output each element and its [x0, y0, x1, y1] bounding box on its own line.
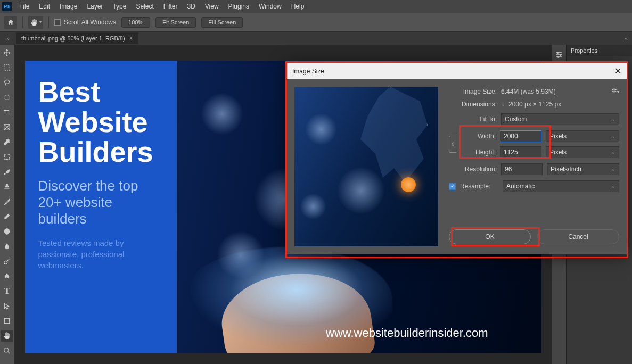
width-input[interactable]	[500, 130, 541, 142]
svg-point-7	[4, 348, 9, 352]
crop-tool[interactable]	[1, 106, 13, 118]
properties-tab[interactable]: Properties	[571, 47, 597, 54]
height-label: Height:	[459, 148, 496, 156]
fit-to-value: Custom	[505, 115, 527, 123]
tagline-text: Tested reviews made by passionate, profe…	[38, 237, 163, 271]
collapse-panels-toggle[interactable]: «	[573, 32, 632, 45]
svg-point-1	[5, 80, 10, 84]
scroll-all-label: Scroll All Windows	[64, 19, 116, 26]
svg-rect-4	[5, 154, 10, 159]
fit-to-label: Fit To:	[449, 115, 497, 123]
dialog-title-text: Image Size	[292, 68, 324, 75]
ok-button[interactable]: OK	[449, 229, 531, 244]
width-label: Width:	[459, 133, 496, 140]
home-icon	[7, 19, 14, 26]
headline-text: Best Website Builders	[38, 77, 163, 167]
history-brush-tool[interactable]	[1, 196, 13, 208]
fit-screen-button[interactable]: Fit Screen	[155, 17, 196, 28]
resolution-input[interactable]	[501, 163, 543, 175]
svg-point-5	[4, 261, 7, 264]
close-icon[interactable]: ✕	[614, 66, 621, 76]
frame-tool[interactable]	[1, 121, 13, 133]
magic-wand-tool[interactable]	[1, 92, 13, 103]
resample-label: Resample:	[460, 183, 498, 190]
pen-tool[interactable]	[1, 270, 13, 282]
zoom-percent-button[interactable]: 100%	[121, 17, 150, 28]
menu-3d[interactable]: 3D	[183, 2, 199, 11]
rectangle-tool[interactable]	[1, 315, 13, 327]
adjustments-panel-icon[interactable]	[553, 49, 565, 61]
dimensions-value: 2000 px × 1125 px	[508, 101, 561, 108]
brush-tool[interactable]	[1, 166, 13, 178]
app-logo: Ps	[2, 2, 12, 11]
lasso-tool[interactable]	[1, 77, 13, 88]
hand-icon	[30, 18, 38, 27]
hand-tool-option[interactable]: ▾	[28, 16, 43, 29]
stamp-tool[interactable]	[1, 181, 13, 193]
chevron-down-icon: ⌄	[611, 117, 615, 122]
width-unit-select[interactable]: Pixels ⌄	[546, 130, 619, 142]
gear-icon[interactable]: ✲▾	[611, 87, 619, 95]
document-tabs: thumbnail.png @ 50% (Layer 1, RGB/8) ×	[16, 32, 573, 45]
menubar: Ps File Edit Image Layer Type Select Fil…	[0, 0, 632, 13]
menu-file[interactable]: File	[15, 2, 34, 11]
svg-rect-6	[5, 318, 10, 323]
marquee-tool[interactable]	[1, 62, 13, 73]
resolution-unit-select[interactable]: Pixels/Inch ⌄	[547, 163, 619, 175]
cancel-button[interactable]: Cancel	[537, 229, 619, 244]
chevron-down-icon: ⌄	[611, 150, 615, 155]
resolution-label: Resolution:	[449, 166, 497, 173]
height-unit-value: Pixels	[549, 148, 567, 156]
image-preview	[294, 87, 438, 246]
dodge-tool[interactable]	[1, 255, 13, 267]
home-button[interactable]	[4, 16, 17, 29]
zoom-tool[interactable]	[1, 345, 13, 357]
menu-window[interactable]: Window	[255, 2, 286, 11]
path-selection-tool[interactable]	[1, 300, 13, 312]
svg-point-2	[4, 95, 10, 100]
gradient-tool[interactable]	[1, 226, 13, 237]
menu-select[interactable]: Select	[132, 2, 158, 11]
chevron-down-icon[interactable]: ⌄	[501, 102, 505, 107]
scroll-all-windows-option[interactable]: Scroll All Windows	[54, 19, 116, 26]
blur-tool[interactable]	[1, 241, 13, 252]
svg-point-10	[557, 56, 559, 58]
menu-plugins[interactable]: Plugins	[224, 2, 253, 11]
dialog-titlebar[interactable]: Image Size ✕	[287, 63, 627, 79]
chevron-down-icon: ⌄	[611, 184, 615, 189]
menu-view[interactable]: View	[201, 2, 223, 11]
move-tool[interactable]	[1, 47, 13, 59]
fill-screen-button[interactable]: Fill Screen	[201, 17, 243, 28]
image-size-dialog: Image Size ✕ ✲▾ Image Size: 6.44M (was 5…	[286, 62, 627, 254]
menu-edit[interactable]: Edit	[35, 2, 54, 11]
tab-title: thumbnail.png @ 50% (Layer 1, RGB/8)	[21, 35, 125, 42]
menu-image[interactable]: Image	[55, 2, 81, 11]
height-unit-select[interactable]: Pixels ⌄	[546, 146, 619, 158]
svg-point-9	[560, 54, 561, 56]
menu-filter[interactable]: Filter	[159, 2, 182, 11]
type-tool[interactable]: T	[1, 285, 13, 297]
menu-layer[interactable]: Layer	[83, 2, 107, 11]
resample-checkbox[interactable]: ✓	[449, 183, 456, 190]
decorative-blur	[201, 93, 243, 135]
resample-value: Automatic	[506, 183, 535, 190]
close-icon[interactable]: ×	[129, 35, 133, 42]
fit-to-select[interactable]: Custom ⌄	[501, 113, 619, 125]
menu-help[interactable]: Help	[287, 2, 309, 11]
eyedropper-tool[interactable]	[1, 136, 13, 148]
svg-point-8	[557, 52, 559, 54]
menu-type[interactable]: Type	[108, 2, 130, 11]
tools-panel: T	[0, 45, 14, 364]
link-icon[interactable]: 𝟾	[449, 136, 456, 153]
hand-tool[interactable]	[1, 330, 13, 342]
divider	[22, 16, 23, 28]
options-bar: ▾ Scroll All Windows 100% Fit Screen Fil…	[0, 13, 632, 32]
collapse-toolbar-toggle[interactable]: »	[0, 32, 16, 45]
document-tab[interactable]: thumbnail.png @ 50% (Layer 1, RGB/8) ×	[16, 32, 138, 44]
healing-tool[interactable]	[1, 151, 13, 163]
resample-select[interactable]: Automatic ⌄	[503, 180, 619, 192]
eraser-tool[interactable]	[1, 211, 13, 222]
height-input[interactable]	[500, 146, 541, 158]
url-text: www.websitebuilderinsider.com	[326, 326, 488, 340]
chevron-down-icon: ⌄	[611, 167, 615, 172]
